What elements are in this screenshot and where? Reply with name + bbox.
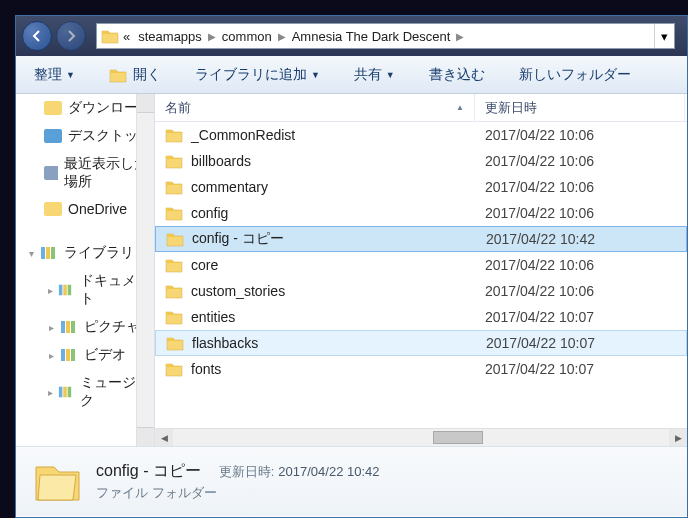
address-bar[interactable]: « steamapps ▶ common ▶ Amnesia The Dark … bbox=[96, 23, 675, 49]
file-date: 2017/04/22 10:07 bbox=[475, 309, 685, 325]
breadcrumb-prefix: « bbox=[123, 29, 130, 44]
content: ダウンロードデスクトップ最近表示した場所OneDrive ▾ ライブラリ ▸ドキ… bbox=[16, 94, 687, 446]
address-dropdown[interactable]: ▾ bbox=[654, 24, 674, 48]
folder-icon bbox=[165, 153, 183, 169]
horizontal-scrollbar[interactable]: ◀ ▶ bbox=[155, 428, 687, 446]
svg-rect-4 bbox=[44, 129, 62, 143]
scroll-right-button[interactable]: ▶ bbox=[669, 429, 687, 446]
file-name: fonts bbox=[191, 361, 221, 377]
file-name: entities bbox=[191, 309, 235, 325]
sidebar-item[interactable]: OneDrive bbox=[16, 196, 154, 222]
column-name[interactable]: 名前▲ bbox=[155, 94, 475, 121]
sidebar-item[interactable]: ▸ピクチャ bbox=[16, 313, 154, 341]
add-library-button[interactable]: ライブラリに追加▼ bbox=[187, 62, 328, 88]
file-row[interactable]: entities2017/04/22 10:07 bbox=[155, 304, 687, 330]
desktop-icon bbox=[44, 128, 62, 144]
library-item-icon bbox=[60, 347, 78, 363]
onedrive-icon bbox=[44, 201, 62, 217]
chevron-down-icon: ▼ bbox=[311, 70, 320, 80]
breadcrumb-item[interactable]: common bbox=[222, 29, 272, 44]
expand-icon[interactable]: ▸ bbox=[44, 285, 56, 296]
svg-rect-3 bbox=[44, 101, 62, 115]
file-list: 名前▲ 更新日時 _CommonRedist2017/04/22 10:06bi… bbox=[155, 94, 687, 446]
file-date: 2017/04/22 10:07 bbox=[475, 361, 685, 377]
expand-icon[interactable]: ▸ bbox=[44, 387, 56, 398]
file-date: 2017/04/22 10:06 bbox=[475, 179, 685, 195]
file-name: custom_stories bbox=[191, 283, 285, 299]
file-row[interactable]: config - コピー2017/04/22 10:42 bbox=[155, 226, 687, 252]
file-name: billboards bbox=[191, 153, 251, 169]
file-name: flashbacks bbox=[192, 335, 258, 351]
folder-open-icon bbox=[109, 67, 127, 83]
sidebar-item[interactable]: ▸ビデオ bbox=[16, 341, 154, 369]
library-item-icon bbox=[58, 282, 74, 298]
chevron-right-icon[interactable]: ▶ bbox=[278, 31, 286, 42]
chevron-right-icon[interactable]: ▶ bbox=[456, 31, 464, 42]
sidebar-item[interactable]: デスクトップ bbox=[16, 122, 154, 150]
folder-icon bbox=[165, 309, 183, 325]
toolbar: 整理▼ 開く ライブラリに追加▼ 共有▼ 書き込む 新しいフォルダー bbox=[16, 56, 687, 94]
burn-button[interactable]: 書き込む bbox=[421, 62, 493, 88]
library-item-icon bbox=[58, 384, 74, 400]
details-pane: config - コピー 更新日時: 2017/04/22 10:42 ファイル… bbox=[16, 446, 687, 516]
details-modified-label: 更新日時: bbox=[219, 464, 275, 479]
titlebar: « steamapps ▶ common ▶ Amnesia The Dark … bbox=[16, 16, 687, 56]
breadcrumb-item[interactable]: steamapps bbox=[138, 29, 202, 44]
sort-asc-icon: ▲ bbox=[456, 103, 464, 112]
library-item-icon bbox=[60, 319, 78, 335]
explorer-window: « steamapps ▶ common ▶ Amnesia The Dark … bbox=[15, 15, 688, 518]
scroll-left-button[interactable]: ◀ bbox=[155, 429, 173, 446]
sidebar-item[interactable]: ▸ミュージック bbox=[16, 369, 154, 415]
file-date: 2017/04/22 10:06 bbox=[475, 153, 685, 169]
folder-icon bbox=[165, 361, 183, 377]
new-folder-button[interactable]: 新しいフォルダー bbox=[511, 62, 639, 88]
file-date: 2017/04/22 10:06 bbox=[475, 283, 685, 299]
sidebar-item[interactable]: ▸ドキュメント bbox=[16, 267, 154, 313]
folder-icon bbox=[165, 179, 183, 195]
breadcrumb-item[interactable]: Amnesia The Dark Descent bbox=[292, 29, 451, 44]
folder-icon bbox=[165, 257, 183, 273]
sidebar-item-label: OneDrive bbox=[68, 201, 127, 217]
expand-icon[interactable]: ▸ bbox=[44, 350, 58, 361]
open-button[interactable]: 開く bbox=[101, 62, 169, 88]
chevron-right-icon[interactable]: ▶ bbox=[208, 31, 216, 42]
recent-icon bbox=[44, 165, 58, 181]
share-button[interactable]: 共有▼ bbox=[346, 62, 403, 88]
sidebar-scrollbar[interactable] bbox=[136, 94, 154, 446]
file-name: core bbox=[191, 257, 218, 273]
file-date: 2017/04/22 10:07 bbox=[476, 335, 686, 351]
column-headers: 名前▲ 更新日時 bbox=[155, 94, 687, 122]
details-name: config - コピー bbox=[96, 462, 201, 479]
sidebar-item[interactable]: 最近表示した場所 bbox=[16, 150, 154, 196]
column-modified[interactable]: 更新日時 bbox=[475, 94, 685, 121]
chevron-down-icon[interactable]: ▾ bbox=[24, 248, 38, 259]
file-name: config - コピー bbox=[192, 230, 284, 248]
file-row[interactable]: flashbacks2017/04/22 10:07 bbox=[155, 330, 687, 356]
file-row[interactable]: fonts2017/04/22 10:07 bbox=[155, 356, 687, 382]
sidebar-item[interactable]: ダウンロード bbox=[16, 94, 154, 122]
folder-icon bbox=[165, 283, 183, 299]
file-date: 2017/04/22 10:06 bbox=[475, 257, 685, 273]
nav-back-button[interactable] bbox=[22, 21, 52, 51]
nav-forward-button[interactable] bbox=[56, 21, 86, 51]
file-name: config bbox=[191, 205, 228, 221]
folder-icon bbox=[101, 27, 119, 45]
expand-icon[interactable]: ▸ bbox=[44, 322, 58, 333]
file-row[interactable]: config2017/04/22 10:06 bbox=[155, 200, 687, 226]
sidebar-section-library[interactable]: ▾ ライブラリ bbox=[16, 236, 154, 267]
organize-button[interactable]: 整理▼ bbox=[26, 62, 83, 88]
folder-large-icon bbox=[32, 457, 82, 507]
file-date: 2017/04/22 10:06 bbox=[475, 127, 685, 143]
file-row[interactable]: _CommonRedist2017/04/22 10:06 bbox=[155, 122, 687, 148]
file-row[interactable]: billboards2017/04/22 10:06 bbox=[155, 148, 687, 174]
download-icon bbox=[44, 100, 62, 116]
file-date: 2017/04/22 10:42 bbox=[476, 231, 686, 247]
chevron-down-icon: ▼ bbox=[66, 70, 75, 80]
library-icon bbox=[40, 245, 58, 261]
folder-icon bbox=[165, 205, 183, 221]
file-row[interactable]: commentary2017/04/22 10:06 bbox=[155, 174, 687, 200]
scroll-thumb[interactable] bbox=[433, 431, 483, 444]
file-row[interactable]: core2017/04/22 10:06 bbox=[155, 252, 687, 278]
file-row[interactable]: custom_stories2017/04/22 10:06 bbox=[155, 278, 687, 304]
file-name: commentary bbox=[191, 179, 268, 195]
